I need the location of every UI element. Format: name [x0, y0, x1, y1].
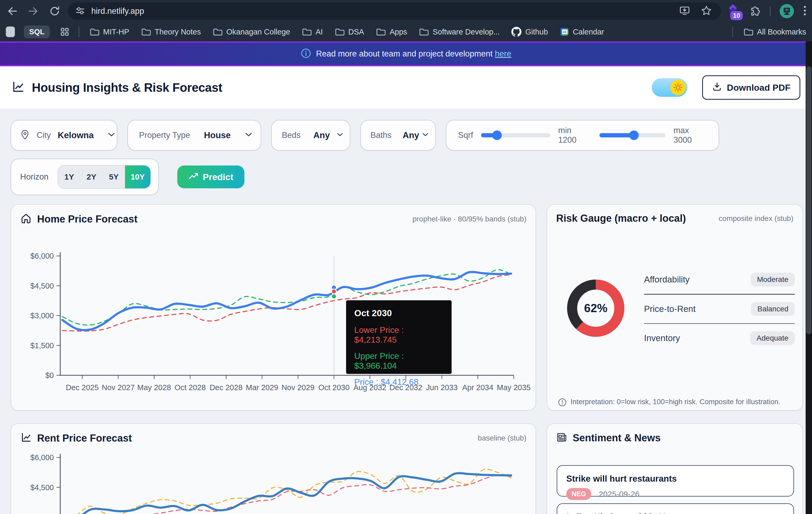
bookmark-calendar[interactable]: 24Calendar	[560, 27, 604, 37]
svg-text:$6,000: $6,000	[30, 252, 54, 260]
bookmark-folder-software-develop[interactable]: Software Develop...	[419, 27, 500, 36]
trending-up-icon	[188, 172, 199, 182]
news-date: 2025-09-26	[599, 490, 639, 498]
card-title: Rent Price Forecast	[37, 432, 132, 444]
all-bookmarks-button[interactable]: All Bookmarks	[743, 27, 806, 36]
alert-circle-icon	[558, 398, 567, 409]
profile-avatar[interactable]	[780, 4, 794, 18]
extension-badge: 10	[730, 11, 743, 20]
svg-text:$3,000: $3,000	[30, 513, 54, 514]
svg-text:$0: $0	[46, 371, 54, 380]
bookmark-star-icon[interactable]	[701, 5, 712, 17]
tooltip-price: Price : $4,412.68	[354, 377, 443, 387]
baths-select[interactable]: Baths Any	[360, 120, 436, 151]
beds-select[interactable]: Beds Any	[271, 120, 350, 151]
risk-factor-list: Affordability Moderate Price-to-Rent Bal…	[644, 268, 795, 350]
property-type-select[interactable]: Property Type House	[127, 120, 261, 151]
home-price-chart[interactable]: $0$1,500$3,000$4,500$6,000Dec 2025Nov 20…	[17, 245, 531, 401]
risk-row-affordability: Affordability Moderate	[644, 268, 795, 291]
newspaper-icon	[556, 432, 567, 444]
chevron-down-icon	[422, 132, 429, 138]
bookmark-sql-app[interactable]: SQL	[24, 26, 50, 38]
divider	[644, 294, 795, 295]
svg-text:Dec 2028: Dec 2028	[210, 383, 242, 392]
scrollbar[interactable]	[806, 41, 812, 514]
tooltip-lower-price: Lower Price : $4,213.745	[354, 325, 443, 345]
sun-icon	[670, 80, 686, 95]
chrome-separator	[770, 6, 771, 16]
svg-text:May 2028: May 2028	[137, 383, 171, 392]
url-text[interactable]: hird.netlify.app	[91, 6, 679, 16]
svg-text:Dec 2025: Dec 2025	[66, 383, 99, 392]
sentiment-badge: NEG	[566, 488, 591, 500]
horizon-row: Horizon 1Y 2Y 5Y 10Y Predict	[10, 159, 244, 195]
svg-text:$1,500: $1,500	[30, 341, 54, 350]
reload-icon[interactable]	[49, 5, 60, 17]
home-icon	[20, 213, 32, 225]
install-app-icon[interactable]	[679, 5, 690, 17]
chart-tooltip: Oct 2030 Lower Price : $4,213.745 Upper …	[346, 300, 452, 374]
scrollbar-thumb[interactable]	[806, 66, 811, 334]
slider-thumb[interactable]	[492, 130, 502, 140]
svg-text:24: 24	[562, 30, 566, 34]
predict-button[interactable]: Predict	[177, 165, 244, 188]
forward-icon[interactable]	[28, 5, 39, 17]
bookmark-folder-theory-notes[interactable]: Theory Notes	[141, 27, 201, 36]
svg-text:Oct 2028: Oct 2028	[175, 383, 206, 392]
divider	[644, 323, 795, 324]
home-price-forecast-card: Home Price Forecast prophet-like · 80/95…	[10, 204, 536, 411]
bookmark-folder-ai[interactable]: AI	[302, 27, 323, 36]
news-title: Italian Kitchen sold in Vernon	[566, 512, 784, 514]
svg-text:Nov 2029: Nov 2029	[282, 383, 315, 392]
page-title: Housing Insights & Risk Forecast	[32, 80, 222, 95]
bookmark-folder-mit-hp[interactable]: MIT-HP	[89, 27, 129, 36]
filters-row: City Kelowna Property Type House Beds An…	[10, 120, 719, 151]
map-pin-icon	[20, 129, 30, 141]
chevron-down-icon	[245, 132, 253, 139]
chart-line-icon	[20, 432, 32, 445]
news-item[interactable]: Strike will hurt restaurants NEG 2025-09…	[557, 465, 794, 496]
bookmark-github[interactable]: Github	[511, 27, 548, 37]
horizon-option-2y[interactable]: 2Y	[80, 165, 103, 188]
bookmark-folder-dsa[interactable]: DSA	[335, 27, 364, 36]
banner-link[interactable]: here	[495, 49, 511, 58]
extensions-puzzle-icon[interactable]	[749, 4, 761, 18]
sqrf-min-slider[interactable]	[481, 133, 550, 138]
back-icon[interactable]	[6, 5, 18, 17]
card-subtitle: prophet-like · 80/95% bands (stub)	[412, 215, 526, 223]
horizon-selector: Horizon 1Y 2Y 5Y 10Y	[10, 159, 159, 195]
apps-grid-icon[interactable]	[60, 27, 69, 37]
horizon-option-10y[interactable]: 10Y	[125, 165, 150, 188]
bookmark-folder-okanagan-college[interactable]: Okanagan College	[212, 27, 290, 36]
chevron-down-icon	[337, 132, 343, 138]
sqrf-max-slider[interactable]	[600, 133, 666, 138]
app-header: Housing Insights & Risk Forecast Downloa…	[0, 66, 812, 109]
bookmark-folder-apps[interactable]: Apps	[376, 27, 407, 36]
horizon-segmented-control: 1Y 2Y 5Y 10Y	[58, 165, 151, 189]
bookmarks-bar: SQL MIT-HP Theory Notes Okanagan College…	[0, 22, 812, 41]
chevron-down-icon	[108, 132, 115, 139]
site-settings-icon[interactable]	[75, 5, 85, 17]
theme-toggle[interactable]	[652, 78, 687, 97]
horizon-option-5y[interactable]: 5Y	[103, 165, 125, 188]
browser-chrome: hird.netlify.app 10	[0, 0, 812, 22]
svg-text:Apr 2034: Apr 2034	[462, 383, 494, 392]
kebab-menu-icon[interactable]	[803, 4, 807, 18]
risk-gauge-card: Risk Gauge (macro + local) composite ind…	[547, 204, 803, 411]
city-select[interactable]: City Kelowna	[10, 120, 117, 151]
slider-thumb[interactable]	[629, 130, 639, 140]
download-pdf-button[interactable]: Download PDF	[702, 75, 800, 100]
horizon-option-1y[interactable]: 1Y	[58, 165, 80, 188]
news-item[interactable]: Italian Kitchen sold in Vernon	[557, 504, 794, 514]
rent-price-chart[interactable]: $0$1,500$3,000$4,500$6,000Dec 2025Nov 20…	[17, 446, 531, 514]
card-subtitle: baseline (stub)	[477, 434, 526, 443]
url-bar[interactable]: hird.netlify.app	[68, 2, 721, 20]
bookmarks-right-separator	[732, 27, 733, 37]
svg-text:Oct 2030: Oct 2030	[318, 383, 350, 392]
chart-line-icon	[11, 80, 25, 95]
status-badge: Adequate	[750, 331, 795, 345]
extension-layers-icon[interactable]: 10	[726, 4, 740, 18]
risk-percentage: 62%	[567, 279, 625, 337]
svg-text:$3,000: $3,000	[30, 311, 54, 320]
tab-favicon-square[interactable]	[6, 27, 15, 37]
